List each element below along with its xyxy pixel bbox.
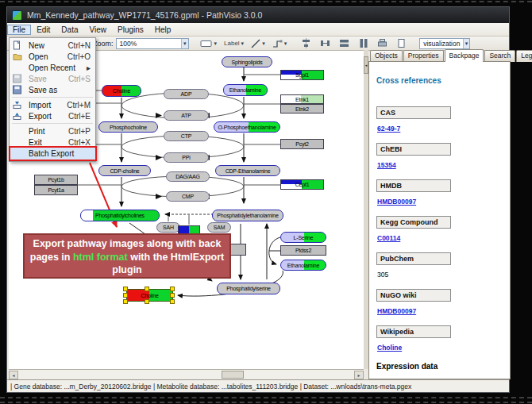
gene-box-cept1[interactable]: Cept1 (280, 179, 324, 190)
menu-item-open[interactable]: Open Ctrl+O (10, 51, 95, 62)
node-choline-top[interactable]: Choline (102, 85, 141, 97)
node-ppi[interactable]: PPi (164, 152, 209, 163)
tab-objects[interactable]: Objects (370, 50, 403, 62)
xref-link[interactable]: HMDB00097 (377, 307, 510, 315)
gene-box-pcyt1b[interactable]: Pcyt1b (34, 175, 78, 185)
node-cdp-choline[interactable]: CDP-choline (98, 165, 151, 176)
xref-link[interactable]: 62-49-7 (377, 125, 510, 133)
datanode-tool-button[interactable]: ▾ (200, 39, 218, 48)
gene-box-ptdss2[interactable]: Ptdss2 (280, 245, 326, 256)
node-ethanolamine-bottom[interactable]: Ethanolamine (280, 260, 326, 271)
gene-box-pcyt2[interactable]: Pcyt2 (280, 139, 324, 149)
line-tool-button[interactable]: ▾ (251, 39, 265, 48)
zoom-combobox[interactable]: 100% ▾ (116, 38, 189, 49)
print-button[interactable] (377, 38, 387, 48)
label-tool-text: Label (224, 40, 240, 47)
node-adp[interactable]: ADP (164, 89, 209, 99)
annotation-callout: Export pathway images along with back pa… (23, 233, 231, 279)
menu-item-label: Import (29, 101, 51, 110)
line-icon (251, 39, 260, 48)
scroll-right-icon[interactable]: ▸ (354, 371, 364, 379)
tab-legend[interactable]: Legend (516, 50, 532, 62)
align-center-button[interactable] (301, 38, 311, 48)
page-setup-button[interactable] (396, 38, 407, 48)
menu-item-export[interactable]: Export Ctrl+E (10, 110, 95, 121)
selection-handle[interactable] (145, 287, 149, 291)
xref-title: PubChem (376, 252, 451, 265)
menu-item-print[interactable]: Print Ctrl+P (10, 125, 95, 137)
xref-section-kegg: Kegg Compound C00114 (376, 216, 510, 242)
visualization-combobox[interactable]: visualization ▾ (419, 38, 470, 49)
menu-item-exit[interactable]: Exit Ctrl+X (10, 137, 95, 148)
menu-bar: File Edit Data View Plugins Help (7, 23, 509, 37)
node-phosphocholine[interactable]: Phosphocholine (98, 121, 158, 133)
chevron-down-icon: ▾ (214, 40, 218, 47)
menu-item-label: Export (29, 112, 52, 121)
xref-link[interactable]: HMDB00097 (377, 198, 510, 206)
selection-handle[interactable] (123, 299, 128, 304)
chevron-down-icon: ▾ (262, 40, 265, 47)
title-bar[interactable]: Mm_Kennedy_pathway_WP1771_45176.gpml - P… (7, 7, 509, 23)
menu-item-batch-export[interactable]: Batch Export (10, 148, 95, 160)
menu-edit[interactable]: Edit (31, 25, 56, 35)
tab-search[interactable]: Search (484, 50, 515, 62)
distribute-horizontal-button[interactable] (320, 38, 330, 48)
align-center-icon (301, 38, 311, 48)
printer-icon (377, 38, 387, 48)
node-cmp[interactable]: CMP (166, 191, 210, 202)
stack-horizontal-button[interactable] (358, 38, 368, 48)
menu-help[interactable]: Help (149, 25, 177, 35)
node-ethanolamine-top[interactable]: Ethanolamine (223, 84, 268, 96)
menu-data[interactable]: Data (56, 25, 83, 35)
node-phosphatidylethanolamine[interactable]: Phosphatidylethanolamine (212, 210, 283, 221)
menu-view[interactable]: View (83, 25, 112, 35)
screenshot-tear-edge-top (0, 1, 532, 2)
gene-box-etnk1[interactable]: Etnk1 (280, 94, 324, 104)
menu-item-shortcut: Ctrl+E (68, 112, 91, 121)
selection-handle[interactable] (170, 293, 175, 298)
chevron-down-icon[interactable]: ▾ (181, 39, 188, 48)
node-sam[interactable]: SAM (207, 222, 231, 233)
node-l-serine[interactable]: L-Serine (280, 232, 326, 243)
gene-box-sgpl1[interactable]: Sgpl1 (280, 70, 324, 80)
menu-item-save[interactable]: Save Ctrl+S (10, 73, 95, 84)
node-sphingolipids[interactable]: Sphingolipids (222, 56, 272, 67)
menu-item-label: Open Recent (29, 63, 75, 72)
menu-item-import[interactable]: Import Ctrl+M (10, 99, 95, 110)
menu-plugins[interactable]: Plugins (112, 25, 149, 35)
gene-box-etnk2[interactable]: Etnk2 (280, 104, 324, 114)
scroll-left-icon[interactable]: ◂ (9, 371, 18, 379)
menu-item-open-recent[interactable]: Open Recent ▸ (10, 62, 95, 73)
node-dag-aag[interactable]: DAG/AAG (166, 171, 210, 182)
tab-backpage[interactable]: Backpage (445, 49, 484, 62)
selection-handle[interactable] (170, 287, 175, 291)
selection-handle[interactable] (145, 299, 149, 304)
selection-handle[interactable] (170, 299, 175, 304)
gene-box-pcyt1a[interactable]: Pcyt1a (34, 185, 78, 195)
node-o-phosphoethanolamine[interactable]: O-Phosphoethanolamine (214, 121, 280, 133)
chevron-down-icon[interactable]: ▾ (463, 39, 470, 48)
selection-handle[interactable] (123, 287, 128, 291)
node-sah[interactable]: SAH (156, 222, 180, 233)
menu-item-new[interactable]: New Ctrl+N (10, 40, 95, 51)
new-file-icon (13, 40, 21, 52)
xref-link[interactable]: C00114 (377, 234, 510, 242)
node-atp[interactable]: ATP (164, 110, 209, 121)
node-phosphatidylcholines[interactable]: Phosphatidylcholines (80, 210, 160, 221)
label-tool-button[interactable]: Label ▾ (224, 40, 244, 47)
node-phosphatidylserine[interactable]: Phosphatidylserine (217, 283, 280, 294)
connector-tool-button[interactable]: ▾ (272, 39, 287, 48)
tab-properties[interactable]: Properties (403, 50, 444, 62)
stack-vertical-button[interactable] (339, 38, 349, 48)
node-choline-selected[interactable]: Choline (126, 289, 173, 302)
node-ctp[interactable]: CTP (164, 131, 209, 141)
stack-horizontal-icon (358, 38, 368, 48)
node-cdp-ethanolamine[interactable]: CDP-Ethanolamine (215, 165, 280, 176)
xref-link[interactable]: Choline (377, 344, 510, 352)
menu-file[interactable]: File (7, 25, 31, 35)
selection-handle[interactable] (123, 293, 128, 298)
scrollbar-thumb[interactable] (222, 371, 244, 379)
menu-item-save-as[interactable]: Save as (10, 84, 95, 95)
canvas-horizontal-scrollbar[interactable]: ◂ ▸ (9, 369, 364, 379)
xref-link[interactable]: 15354 (377, 161, 510, 169)
